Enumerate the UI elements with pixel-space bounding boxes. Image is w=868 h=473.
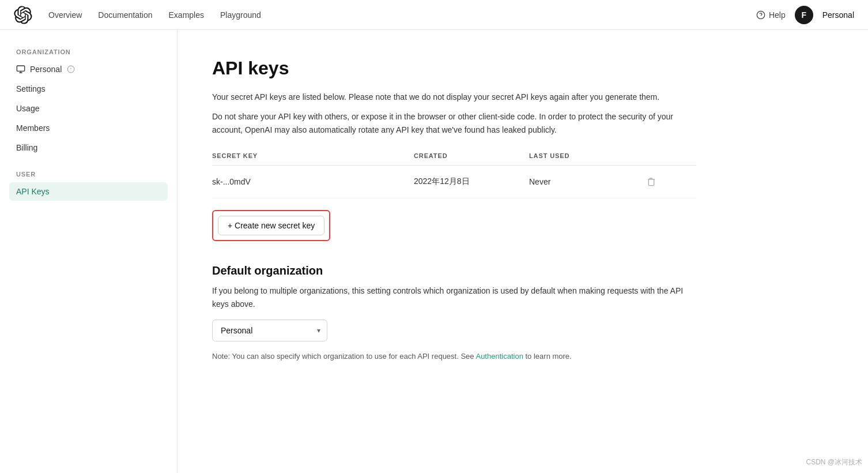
description-2: Do not share your API key with others, o… [212,110,696,136]
key-value: sk-...0mdV [212,177,414,186]
topnav: Overview Documentation Examples Playgrou… [0,0,868,30]
description-1: Your secret API keys are listed below. P… [212,91,696,103]
authentication-link[interactable]: Authentication [475,352,523,361]
topnav-links: Overview Documentation Examples Playgrou… [48,10,756,20]
delete-key-button[interactable] [644,175,658,189]
sidebar-item-api-keys[interactable]: API Keys [9,182,168,201]
create-new-secret-key-button[interactable]: + Create new secret key [218,216,324,235]
topnav-right: Help F Personal [756,6,854,24]
trash-icon [647,177,656,186]
billing-label: Billing [16,143,37,152]
note-suffix: to learn more. [526,352,572,361]
delete-cell [644,175,679,189]
sidebar: ORGANIZATION Personal Settings Usage [0,30,178,473]
avatar[interactable]: F [795,6,813,24]
nav-examples[interactable]: Examples [169,10,204,20]
svg-rect-2 [17,66,24,71]
usage-label: Usage [16,104,39,113]
sidebar-item-usage[interactable]: Usage [9,99,168,118]
user-section-label: USER [9,171,168,178]
info-icon [66,65,76,74]
personal-org-label: Personal [30,65,62,74]
created-value: 2022年12月8日 [414,177,529,187]
create-highlight-box: + Create new secret key [212,210,330,241]
sidebar-item-personal[interactable]: Personal [9,60,168,78]
col-header-secret-key: SECRET KEY [212,152,414,159]
help-circle-icon [756,10,765,20]
sidebar-item-members[interactable]: Members [9,119,168,137]
org-select-wrapper: Personal ▾ [212,320,327,341]
default-org-title: Default organization [212,264,696,277]
table-header: SECRET KEY CREATED LAST USED [212,152,696,166]
api-keys-label: API Keys [16,187,50,196]
api-keys-table: SECRET KEY CREATED LAST USED sk-...0mdV … [212,152,696,198]
default-org-section: Default organization If you belong to mu… [212,264,696,363]
personal-label[interactable]: Personal [822,10,854,20]
members-label: Members [16,123,50,133]
nav-documentation[interactable]: Documentation [98,10,152,20]
col-header-actions [644,152,679,159]
last-used-value: Never [529,177,644,186]
org-section-label: ORGANIZATION [9,48,168,55]
sidebar-item-settings[interactable]: Settings [9,80,168,98]
note-prefix: Note: You can also specify which organiz… [212,352,474,361]
nav-playground[interactable]: Playground [220,10,261,20]
table-row: sk-...0mdV 2022年12月8日 Never [212,166,696,198]
page-title: API keys [212,58,696,79]
layout: ORGANIZATION Personal Settings Usage [0,0,868,473]
building-icon [16,65,25,74]
org-select[interactable]: Personal [212,320,327,341]
help-label: Help [769,10,786,20]
nav-overview[interactable]: Overview [48,10,82,20]
col-header-last-used: LAST USED [529,152,644,159]
note-text: Note: You can also specify which organiz… [212,351,696,363]
main-content: API keys Your secret API keys are listed… [178,30,731,473]
help-button[interactable]: Help [756,10,786,20]
sidebar-item-billing[interactable]: Billing [9,138,168,157]
default-org-description: If you belong to multiple organizations,… [212,284,696,310]
openai-logo[interactable] [14,6,32,24]
create-section: + Create new secret key [212,210,696,241]
col-header-created: CREATED [414,152,529,159]
settings-label: Settings [16,84,46,93]
watermark: CSDN @冰河技术 [806,457,862,467]
